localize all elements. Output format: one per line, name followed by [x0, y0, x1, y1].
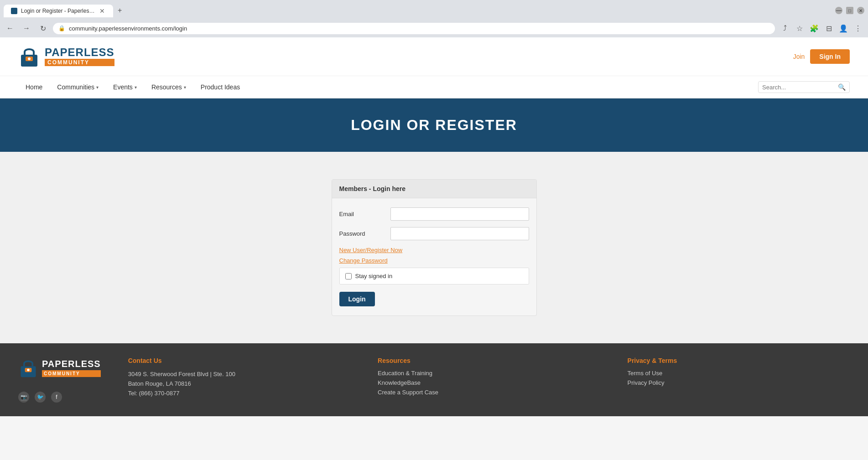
footer-city: Baton Rouge, LA 70816 [128, 379, 350, 389]
search-icon[interactable]: 🔍 [838, 83, 846, 91]
stay-signed-row: Stay signed in [339, 268, 529, 284]
site-header: PAPERLESS COMMUNITY Join Sign In [0, 37, 868, 76]
extension-button[interactable]: 🧩 [808, 22, 821, 35]
email-label: Email [339, 211, 385, 217]
footer-privacy-title: Privacy & Terms [628, 357, 850, 364]
lock-icon: 🔒 [58, 25, 65, 31]
footer-education-link[interactable]: Education & Training [378, 370, 600, 377]
footer-support-case-link[interactable]: Create a Support Case [378, 389, 600, 396]
login-button[interactable]: Login [339, 292, 375, 306]
login-card: Members - Login here Email Password New … [332, 179, 537, 316]
search-input[interactable] [762, 84, 835, 91]
tab-favicon [11, 8, 17, 14]
bookmark-button[interactable]: ☆ [793, 22, 806, 35]
nav-product-ideas-label: Product Ideas [201, 83, 240, 91]
header-actions: Join Sign In [793, 49, 850, 64]
logo-text: PAPERLESS COMMUNITY [45, 47, 114, 66]
password-label: Password [339, 230, 385, 237]
tab-title: Login or Register - Paperless En... [21, 8, 95, 14]
footer-phone: Tel: (866) 370-0877 [128, 389, 350, 398]
back-button[interactable]: ← [4, 22, 16, 35]
footer-contact-title: Contact Us [128, 357, 350, 364]
minimize-button[interactable]: — [835, 7, 842, 14]
nav-events[interactable]: Events ▾ [106, 76, 144, 98]
instagram-icon[interactable]: 📷 [18, 392, 29, 403]
stay-signed-label: Stay signed in [355, 273, 393, 279]
footer-logo-area: PAPERLESS COMMUNITY 📷 🐦 f [18, 357, 101, 403]
maximize-button[interactable]: □ [846, 7, 853, 14]
password-row: Password [339, 227, 529, 240]
stay-signed-checkbox[interactable] [345, 273, 352, 279]
share-button[interactable]: ⤴ [779, 22, 791, 35]
url-text: community.paperlessenvironments.com/logi… [69, 25, 769, 32]
search-area[interactable]: 🔍 [758, 81, 850, 93]
page-content: PAPERLESS COMMUNITY Join Sign In Home Co… [0, 37, 868, 416]
nav-events-label: Events [113, 83, 133, 91]
facebook-icon[interactable]: f [51, 392, 62, 403]
menu-button[interactable]: ⋮ [852, 22, 864, 35]
footer-contact-col: Contact Us 3049 S. Sherwood Forest Blvd … [128, 357, 350, 398]
footer-logo-text: PAPERLESS COMMUNITY [42, 359, 101, 377]
refresh-button[interactable]: ↻ [36, 22, 49, 35]
logo-area: PAPERLESS COMMUNITY [18, 45, 114, 68]
footer-inner: PAPERLESS COMMUNITY 📷 🐦 f Contact Us 304… [18, 357, 850, 403]
footer-paperless-text: PAPERLESS [42, 359, 101, 369]
footer-privacy-policy-link[interactable]: Privacy Policy [628, 379, 850, 386]
address-bar[interactable]: 🔒 community.paperlessenvironments.com/lo… [53, 23, 775, 34]
new-tab-button[interactable]: + [113, 4, 126, 17]
password-input[interactable] [390, 227, 529, 240]
svg-point-2 [28, 57, 31, 60]
email-input[interactable] [390, 207, 529, 221]
login-card-body: Email Password New User/Register Now Cha… [332, 198, 536, 315]
footer-lock-icon [18, 357, 38, 379]
footer-resources-col: Resources Education & Training Knowledge… [378, 357, 600, 398]
site-footer: PAPERLESS COMMUNITY 📷 🐦 f Contact Us 304… [0, 343, 868, 416]
logo-paperless-text: PAPERLESS [45, 47, 114, 58]
twitter-icon[interactable]: 🐦 [35, 392, 46, 403]
footer-resources-title: Resources [378, 357, 600, 364]
footer-privacy-col: Privacy & Terms Terms of Use Privacy Pol… [628, 357, 850, 389]
browser-action-buttons: ⤴ ☆ 🧩 ⊟ 👤 ⋮ [779, 22, 864, 35]
communities-dropdown-arrow: ▾ [96, 85, 99, 90]
nav-resources[interactable]: Resources ▾ [144, 76, 193, 98]
svg-point-5 [27, 369, 30, 372]
resources-dropdown-arrow: ▾ [184, 85, 186, 90]
hero-title: LOGIN OR REGISTER [18, 117, 850, 134]
footer-community-text: COMMUNITY [42, 370, 101, 377]
hero-banner: LOGIN OR REGISTER [0, 98, 868, 152]
new-user-link[interactable]: New User/Register Now [339, 247, 529, 253]
footer-address: 3049 S. Sherwood Forest Blvd | Ste. 100 [128, 370, 350, 379]
forward-button[interactable]: → [20, 22, 33, 35]
nav-home-label: Home [26, 83, 42, 91]
nav-home[interactable]: Home [18, 76, 50, 98]
join-link[interactable]: Join [793, 53, 805, 60]
login-area: Members - Login here Email Password New … [0, 152, 868, 343]
events-dropdown-arrow: ▾ [135, 85, 137, 90]
footer-terms-link[interactable]: Terms of Use [628, 370, 850, 377]
close-button[interactable]: ✕ [857, 7, 864, 14]
footer-logo-wrapper: PAPERLESS COMMUNITY [18, 357, 101, 379]
nav-product-ideas[interactable]: Product Ideas [193, 76, 247, 98]
browser-tab[interactable]: Login or Register - Paperless En... ✕ [4, 5, 113, 17]
change-password-link[interactable]: Change Password [339, 257, 529, 264]
logo-lock-icon [18, 45, 40, 68]
logo-community-text: COMMUNITY [45, 59, 114, 66]
profile-button[interactable]: 👤 [837, 22, 850, 35]
tab-close-button[interactable]: ✕ [99, 7, 106, 15]
nav-resources-label: Resources [151, 83, 182, 91]
nav-communities[interactable]: Communities ▾ [50, 76, 106, 98]
window-controls: — □ ✕ [835, 7, 864, 14]
footer-knowledgebase-link[interactable]: KnowledgeBase [378, 379, 600, 386]
login-card-header: Members - Login here [332, 180, 536, 198]
nav-communities-label: Communities [57, 83, 94, 91]
signin-button[interactable]: Sign In [810, 49, 850, 64]
address-bar-area: ← → ↻ 🔒 community.paperlessenvironments.… [0, 20, 868, 37]
site-navigation: Home Communities ▾ Events ▾ Resources ▾ … [0, 76, 868, 98]
split-view-button[interactable]: ⊟ [822, 22, 835, 35]
nav-links: Home Communities ▾ Events ▾ Resources ▾ … [18, 76, 247, 98]
email-row: Email [339, 207, 529, 221]
footer-social-links: 📷 🐦 f [18, 392, 62, 403]
